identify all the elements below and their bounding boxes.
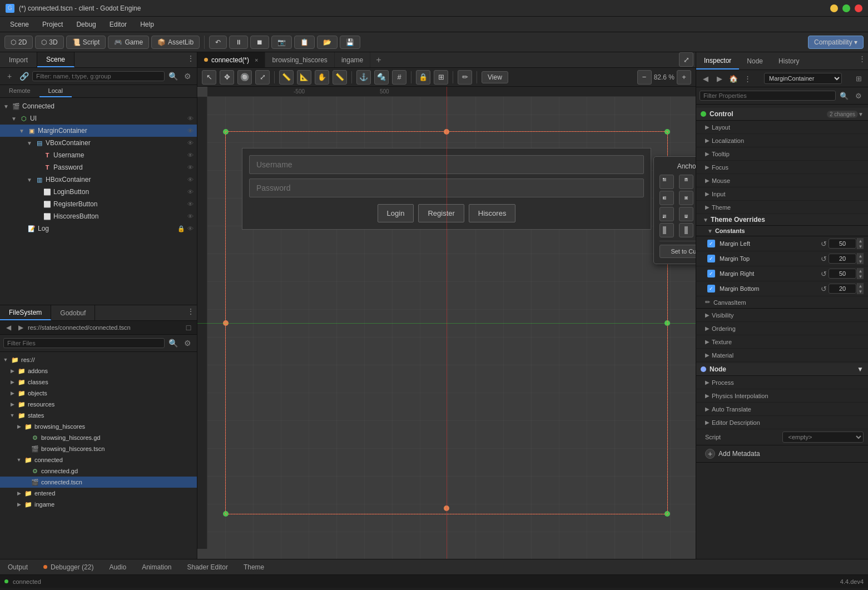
margin-left-down[interactable]: ▼ [857,244,864,249]
subtab-local[interactable]: Local [39,85,72,97]
toolbar-screenshot[interactable]: 📷 [271,36,292,49]
menu-project[interactable]: Project [37,19,68,30]
fs-item-ingame[interactable]: ▶ 📁 ingame [0,499,197,510]
bottom-tab-output[interactable]: Output [0,559,36,574]
prop-material[interactable]: ▶ Material [696,349,868,362]
margin-right-input[interactable] [829,269,856,279]
section-control[interactable]: Control 2 changes ▼ [696,108,868,121]
tool-rect[interactable]: 📏 [279,70,294,85]
fs-item-browsing-gd[interactable]: ⚙ browsing_hiscores.gd [0,432,197,443]
eye-registerbutton[interactable]: 👁 [186,200,195,209]
section-node[interactable]: Node ▼ [696,363,868,376]
viewport-expand-btn[interactable]: ⤢ [679,52,693,67]
toolbar-compatibility[interactable]: Compatibility ▾ [808,36,864,49]
username-input[interactable] [249,155,644,174]
tree-item-username[interactable]: T Username 👁 [0,149,197,161]
fs-item-connected-gd[interactable]: ⚙ connected.gd [0,465,197,477]
margin-bottom-reset[interactable]: ↺ [819,284,829,294]
eye-password[interactable]: 👁 [186,163,195,172]
link-node-btn[interactable]: 🔗 [18,70,30,82]
toolbar-undo[interactable]: ↶ [209,36,227,49]
margin-right-up[interactable]: ▲ [857,268,864,274]
fs-item-connected-folder[interactable]: ▼ 📁 connected [0,454,197,465]
node-type-selector[interactable]: MarginContainer [764,73,842,84]
fs-back-btn[interactable]: ◀ [3,323,13,333]
add-node-btn[interactable]: + [3,70,16,82]
tab-scene[interactable]: Scene [37,52,75,67]
subtab-remote[interactable]: Remote [0,85,39,97]
prop-texture[interactable]: ▶ Texture [696,335,868,349]
anchor-set-ratio-btn[interactable]: Set to Current Ratio [659,245,696,258]
viewport-tab-connected[interactable]: connected(*) × [197,52,265,67]
subsection-theme-overrides[interactable]: ▼ Theme Overrides [696,214,868,226]
scene-search-btn[interactable]: 🔍 [167,70,179,82]
margin-right-checkbox[interactable]: ✓ [707,270,715,277]
fs-item-classes[interactable]: ▶ 📁 classes [0,376,197,388]
script-select[interactable]: <empty> [782,432,864,443]
fs-item-res[interactable]: ▼ 📁 res:// [0,354,197,365]
toolbar-script[interactable]: 📜 Script [66,36,106,49]
toolbar-3d[interactable]: ⬡ 3D [35,36,63,49]
fs-item-browsing-tscn[interactable]: 🎬 browsing_hiscores.tscn [0,443,197,454]
maximize-button[interactable]: □ [842,4,850,12]
hiscores-button[interactable]: Hiscores [469,204,516,222]
toolbar-assetlib[interactable]: 📦 AssetLib [151,36,200,49]
tree-item-connected[interactable]: ▼ 🎬 Connected [0,100,197,112]
eye-log[interactable]: 👁 [186,224,195,233]
toolbar-save[interactable]: 💾 [340,36,360,49]
prop-input[interactable]: ▶ Input [696,187,868,201]
margin-top-checkbox[interactable]: ✓ [707,255,715,262]
tree-item-ui[interactable]: ▼ ⬡ UI 👁 [0,112,197,125]
password-input[interactable] [249,179,644,197]
fs-filter-input[interactable] [3,338,165,348]
insp-ext-btn[interactable]: ⊞ [852,72,865,85]
tab-import[interactable]: Import [0,52,37,67]
anchor-bl[interactable] [659,207,674,221]
margin-right-down[interactable]: ▼ [857,274,864,279]
insp-home-btn[interactable]: 🏠 [727,72,740,85]
fs-collapse-btn[interactable]: □ [183,323,194,333]
anchor-ml[interactable] [659,191,674,205]
margin-left-checkbox[interactable]: ✓ [707,240,715,247]
menu-editor[interactable]: Editor [104,19,132,30]
insp-fwd-btn[interactable]: ▶ [713,72,726,85]
register-button[interactable]: Register [418,204,464,222]
anchor-lh[interactable] [659,223,674,237]
tab-history[interactable]: History [771,52,807,70]
fs-forward-btn[interactable]: ▶ [16,323,26,333]
fs-item-browsing[interactable]: ▶ 📁 browsing_hiscores [0,421,197,432]
margin-top-reset[interactable]: ↺ [819,254,829,264]
filter-settings-btn[interactable]: ⚙ [852,90,865,102]
fs-item-states[interactable]: ▼ 📁 states [0,410,197,421]
tree-item-password[interactable]: T Password 👁 [0,161,197,173]
eye-hiscoresbutton[interactable]: 👁 [186,212,195,221]
margin-top-up[interactable]: ▲ [857,253,864,259]
tool-pan[interactable]: ✋ [315,70,329,85]
tool-anchor[interactable]: ⚓ [356,70,371,85]
toolbar-copy[interactable]: 📋 [294,36,315,49]
prop-editor-desc[interactable]: ▶ Editor Description [696,416,868,429]
tool-lock[interactable]: 🔒 [416,70,430,85]
fs-item-connected-tscn[interactable]: 🎬 connected.tscn [0,477,197,488]
fs-menu-btn[interactable]: ⋮ [185,305,197,318]
fs-item-objects[interactable]: ▶ 📁 objects [0,388,197,399]
tool-group[interactable]: ⊞ [434,70,448,85]
bottom-tab-audio[interactable]: Audio [101,559,134,574]
prop-theme[interactable]: ▶ Theme [696,201,868,214]
tool-pencil[interactable]: ✏ [458,70,472,85]
insp-back-btn[interactable]: ◀ [700,72,712,85]
add-metadata-btn[interactable]: + Add Metadata [696,445,868,463]
eye-vbox[interactable]: 👁 [186,138,195,147]
prop-mouse[interactable]: ▶ Mouse [696,174,868,187]
anchor-ch[interactable] [679,223,693,237]
anchor-tl[interactable] [659,175,674,189]
margin-bottom-up[interactable]: ▲ [857,283,864,289]
eye-hbox[interactable]: 👁 [186,175,195,184]
toolbar-pause[interactable]: ⏸ [229,36,248,49]
menu-help[interactable]: Help [135,19,160,30]
prop-physics[interactable]: ▶ Physics Interpolation [696,389,868,403]
zoom-in-btn[interactable]: + [677,70,691,85]
bottom-tab-debugger[interactable]: Debugger (22) [36,559,101,574]
margin-bottom-down[interactable]: ▼ [857,289,864,294]
tree-item-log[interactable]: 📝 Log 🔒 👁 [0,222,197,235]
